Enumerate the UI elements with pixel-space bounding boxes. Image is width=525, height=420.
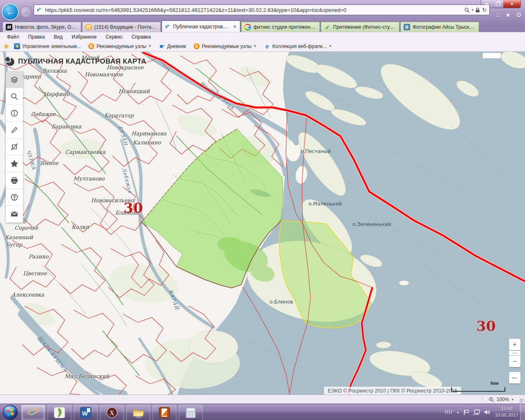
- map-title-text: ПУБЛИЧНАЯ КАДАСТРОВАЯ КАРТА: [18, 57, 146, 66]
- start-button[interactable]: [2, 404, 18, 420]
- clock-time: 13:42: [495, 406, 518, 412]
- zoom-in-button[interactable]: +: [509, 339, 520, 350]
- menu-edit[interactable]: Правка: [24, 33, 50, 41]
- rosreestr-icon: [165, 24, 171, 30]
- help-button[interactable]: [6, 189, 23, 206]
- forward-icon: →: [23, 9, 29, 15]
- zoom-level-dots[interactable]: •••: [509, 351, 520, 355]
- speaker-icon[interactable]: [484, 409, 491, 415]
- action-center-flag-icon[interactable]: [463, 409, 469, 415]
- search-icon: [10, 92, 18, 100]
- taskbar-explorer[interactable]: [126, 405, 150, 420]
- print-button[interactable]: [6, 172, 23, 189]
- search-button[interactable]: [6, 88, 23, 105]
- menu-help[interactable]: Справка: [127, 33, 155, 41]
- taskbar-x-app[interactable]: X: [100, 405, 124, 420]
- zoom-dropdown-icon[interactable]: ▾: [511, 397, 514, 402]
- svg-text:X: X: [110, 409, 114, 416]
- svg-text:W: W: [82, 410, 88, 417]
- tab-news[interactable]: M Новости, фото, Skype, Outloo...: [2, 22, 81, 32]
- menu-file[interactable]: Файл: [2, 33, 24, 41]
- mailru-icon: @: [85, 24, 92, 30]
- dropdown-icon: ▼: [148, 44, 152, 48]
- zoom-out-button[interactable]: −: [509, 356, 520, 367]
- measure-button[interactable]: [6, 139, 23, 155]
- map-app-title: ПУБЛИЧНАЯ КАДАСТРОВАЯ КАРТА: [5, 57, 146, 66]
- address-bar[interactable]: ▾ ↻: [34, 5, 490, 15]
- info-button[interactable]: [6, 105, 23, 122]
- lock-icon: [475, 7, 480, 13]
- restore-button[interactable]: [492, 0, 503, 8]
- tab-close-icon[interactable]: ×: [233, 24, 237, 30]
- network-icon[interactable]: [473, 409, 480, 415]
- tab-vk-photos[interactable]: В Фотографии Айсы Трысково...: [400, 22, 479, 32]
- scale-label: 6км: [491, 381, 499, 386]
- favorite-land-management[interactable]: Управление земельным...: [11, 42, 84, 50]
- tab-strip: M Новости, фото, Skype, Outloo... @ (151…: [2, 21, 479, 32]
- favorites-button[interactable]: [6, 155, 23, 172]
- page-zoom-control[interactable]: 100% ▾: [482, 395, 514, 404]
- close-button[interactable]: ×: [503, 0, 520, 8]
- home-icon[interactable]: ⌂: [496, 11, 500, 19]
- desktop: × ← → ▾ ↻ ⌂ ★ ⚙ M: [0, 0, 525, 420]
- system-tray: RU ▲ 13:42 10.05.2017: [445, 404, 518, 420]
- tab-fitness-search[interactable]: фитнес студия притяжение - ...: [241, 22, 320, 32]
- tab-cadastral-map[interactable]: Публичная кадастровая ка... ×: [162, 21, 240, 32]
- clock[interactable]: 13:42 10.05.2017: [495, 406, 518, 418]
- coreldraw-icon: [54, 407, 65, 418]
- msn-icon: M: [6, 24, 12, 30]
- taskbar-word[interactable]: W: [74, 405, 98, 420]
- map-attribution: ЕЭКО © Росреестр 2010 | ПКК © Росреестр …: [324, 387, 461, 395]
- back-button[interactable]: ←: [2, 3, 19, 21]
- favorite-web-slices[interactable]: e Коллекция веб-фрагм... ▼: [261, 42, 335, 50]
- feedback-button[interactable]: [6, 206, 23, 223]
- zoom-controls: + ••• − •••: [509, 339, 520, 383]
- url-input[interactable]: [44, 7, 462, 14]
- favorite-suggested-sites-1[interactable]: b Рекомендуемые узлы ▼: [85, 42, 154, 50]
- show-desktop-button[interactable]: [520, 404, 525, 420]
- taskbar-calculator[interactable]: [179, 405, 203, 420]
- taskbar-internet-explorer[interactable]: e: [21, 405, 45, 420]
- map-widget[interactable]: [482, 52, 501, 59]
- taskbar: e W X: [0, 404, 525, 420]
- settings-gear-icon[interactable]: ⚙: [516, 11, 522, 19]
- refresh-icon[interactable]: ↻: [482, 7, 487, 13]
- menu-tools[interactable]: Сервис: [101, 33, 127, 41]
- suggested-sites-icon: b: [194, 43, 200, 49]
- scale-bar: [451, 387, 505, 392]
- map-canvas[interactable]: [0, 52, 525, 395]
- vk-icon: В: [404, 24, 410, 30]
- taskbar-coreldraw[interactable]: [48, 405, 71, 420]
- favorites-star-icon[interactable]: ★: [3, 43, 9, 49]
- suggested-sites-icon: b: [88, 43, 94, 49]
- tab-mail[interactable]: @ (1514) Входящие - Почта Mail...: [82, 22, 161, 32]
- favorite-diary[interactable]: ☛ Дневник: [156, 42, 189, 50]
- browser-titlebar: × ← → ▾ ↻ ⌂ ★ ⚙ M: [0, 0, 525, 32]
- menu-favorites[interactable]: Избранное: [67, 33, 101, 41]
- rosreestr-logo-icon: [5, 57, 15, 66]
- explorer-folder-icon: [132, 407, 144, 418]
- menu-view[interactable]: Вид: [49, 33, 67, 41]
- search-dropdown-icon[interactable]: ▾: [472, 8, 474, 12]
- hidden-icons-arrow[interactable]: ▲: [457, 411, 460, 414]
- favorite-suggested-sites-2[interactable]: b Рекомендуемые узлы ▼: [191, 42, 260, 50]
- layers-button[interactable]: [6, 71, 23, 88]
- taskbar-documents-app[interactable]: [153, 405, 176, 420]
- forward-button[interactable]: →: [20, 6, 32, 18]
- pencil-icon: [10, 126, 18, 134]
- favorites-icon[interactable]: ★: [505, 11, 511, 19]
- help-icon: [10, 193, 18, 201]
- more-tools-button[interactable]: •••: [509, 372, 520, 383]
- word-icon: W: [80, 407, 91, 418]
- tab-prityazhenie[interactable]: ✓ Притяжение (Фитнес-студия)...: [321, 22, 399, 32]
- search-icon[interactable]: [464, 7, 470, 13]
- resize-grip[interactable]: [520, 399, 524, 403]
- language-indicator[interactable]: RU: [445, 409, 452, 415]
- info-icon: [10, 109, 18, 117]
- calculator-icon: [185, 407, 196, 418]
- map-toolbar: [6, 71, 23, 223]
- draw-button[interactable]: [6, 122, 23, 139]
- dropdown-icon: ▼: [253, 44, 257, 48]
- taskbar-apps: e W X: [21, 405, 203, 420]
- zoom-magnifier-icon: [488, 397, 494, 402]
